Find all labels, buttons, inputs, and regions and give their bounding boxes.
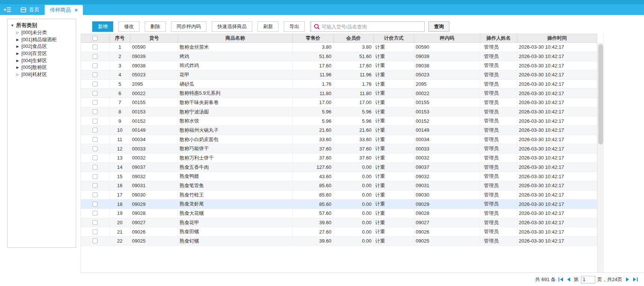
- cell-product-name: 散称水饺: [178, 116, 293, 125]
- table-row[interactable]: 1909028熟食大花螺57.600.00计重09028管理员2026-03-3…: [81, 209, 597, 218]
- header-pricing-method[interactable]: 计价方式: [374, 34, 414, 42]
- row-checkbox[interactable]: [93, 229, 97, 234]
- tab-scale-products[interactable]: 传秤商品 ×: [45, 5, 83, 15]
- vertical-scrollbar[interactable]: [597, 43, 604, 272]
- cell-code: 00153: [130, 107, 178, 116]
- row-checkbox[interactable]: [93, 45, 97, 49]
- cell-operator: 管理员: [480, 153, 517, 162]
- cell-member-price: 0.00: [334, 227, 374, 236]
- table-row[interactable]: 1300032散称万利士饼干37.6037.60计重00032管理员2026-0…: [81, 153, 597, 163]
- header-member-price[interactable]: 会员价: [334, 34, 374, 42]
- table-row[interactable]: 600022散称特惠5.9元系列11.8011.80计重00022管理员2026…: [81, 89, 597, 98]
- row-checkbox[interactable]: [93, 137, 97, 142]
- tree-item-008[interactable]: ▷ [008]耗材区: [16, 71, 74, 78]
- row-checkbox[interactable]: [93, 211, 97, 216]
- tree-item-003[interactable]: ▶ [003]百货区: [16, 50, 74, 57]
- header-code[interactable]: 货号: [130, 34, 178, 42]
- row-checkbox[interactable]: [93, 238, 97, 243]
- tab-active-label: 传秤商品: [50, 7, 71, 13]
- tree-root-all-categories[interactable]: ▼ 所有类别: [10, 22, 74, 29]
- header-operator[interactable]: 操作人姓名: [480, 34, 517, 42]
- header-product-name[interactable]: 商品名称: [178, 34, 293, 42]
- table-row[interactable]: 1000149散称福州火锅丸子21.6021.60计重00149管理员2026-…: [81, 126, 597, 135]
- row-checkbox[interactable]: [93, 202, 97, 207]
- table-row[interactable]: 1609031熟食笔管鱼85.600.00计重09031管理员2026-03-3…: [81, 181, 597, 191]
- table-row[interactable]: 209039烤鸡51.6051.60计重09039管理员2026-03-30 1…: [81, 52, 597, 61]
- cell-product-name: 散称宁波汤圆: [178, 107, 293, 116]
- cell-seq: 15: [109, 172, 130, 181]
- row-checkbox[interactable]: [93, 192, 97, 197]
- tree-expanded-icon[interactable]: ▼: [10, 24, 14, 27]
- tree-collapse-icon[interactable]: ▶: [16, 66, 19, 69]
- tab-close-icon[interactable]: ×: [75, 7, 78, 13]
- tree-item-001[interactable]: ▶ [001]精品烟酒柜: [16, 36, 74, 43]
- tree-item-000[interactable]: ▷ [000]未分类: [16, 29, 74, 36]
- tab-home[interactable]: 首页: [15, 4, 45, 15]
- delete-button[interactable]: 删除: [145, 21, 166, 32]
- row-checkbox[interactable]: [93, 109, 97, 114]
- tree-collapse-icon[interactable]: ▷: [16, 31, 19, 34]
- tree-item-004[interactable]: ▶ [004]生鲜区: [16, 57, 74, 64]
- add-button[interactable]: 新增: [92, 21, 113, 32]
- table-row[interactable]: 1809029熟食龙虾尾85.600.00计重09029管理员2026-03-3…: [81, 200, 597, 209]
- row-checkbox[interactable]: [93, 72, 97, 77]
- row-checkbox[interactable]: [93, 128, 97, 133]
- search-input[interactable]: [320, 24, 424, 30]
- row-checkbox[interactable]: [93, 183, 97, 188]
- edit-button[interactable]: 修改: [118, 21, 139, 32]
- export-button[interactable]: 导出: [284, 21, 305, 32]
- first-page-icon[interactable]: [558, 277, 564, 282]
- table-row[interactable]: 1200033散称巧能饼干37.6037.60计重00033管理员2026-03…: [81, 144, 597, 153]
- row-checkbox[interactable]: [93, 165, 97, 170]
- cell-time: 2026-03-30 10:42:17: [517, 172, 597, 181]
- row-checkbox[interactable]: [93, 63, 97, 68]
- row-checkbox[interactable]: [93, 174, 97, 179]
- select-all-checkbox[interactable]: [93, 36, 97, 41]
- row-checkbox[interactable]: [93, 155, 97, 160]
- table-row[interactable]: 405023花甲11.9611.96计重05023管理员2026-03-30 1…: [81, 70, 597, 80]
- row-checkbox[interactable]: [93, 54, 97, 59]
- quick-select-products-button[interactable]: 快速选择商品: [212, 21, 252, 32]
- table-row[interactable]: 1100034散称小白奶皮面包33.6033.60计重00034管理员2026-…: [81, 135, 597, 144]
- table-row[interactable]: 52095硒砂瓜1.761.76计重2095管理员2026-03-30 10:4…: [81, 80, 597, 89]
- table-row[interactable]: 1409037熟食五香牛肉127.600.00计重09037管理员2026-03…: [81, 163, 597, 172]
- table-row[interactable]: 1509032熟食鸭翅43.600.00计重09032管理员2026-03-30…: [81, 172, 597, 181]
- table-row[interactable]: 900152散称水饺5.965.96计重00152管理员2026-03-30 1…: [81, 116, 597, 126]
- tree-item-005[interactable]: ▶ [005]散称区: [16, 64, 74, 71]
- table-row[interactable]: 100590散称金丝苗米3.803.80计重00590管理员2026-03-30…: [81, 43, 597, 52]
- header-scale-code[interactable]: 秤内码: [414, 34, 480, 42]
- table-row[interactable]: 2209025熟食钉螺39.600.00计重09025管理员2026-03-30…: [81, 237, 597, 246]
- table-row[interactable]: 800153散称宁波汤圆5.965.96计重00153管理员2026-03-30…: [81, 107, 597, 117]
- table-row[interactable]: 700155散称千味央厨春卷17.0017.00计重00155管理员2026-0…: [81, 98, 597, 107]
- tree-collapse-icon[interactable]: ▶: [16, 59, 19, 63]
- table-row[interactable]: 2009027熟食花甲39.600.00计重09027管理员2026-03-30…: [81, 218, 597, 228]
- header-seq[interactable]: 序号: [109, 34, 130, 42]
- collapse-sidebar-button[interactable]: [0, 4, 15, 15]
- refresh-button[interactable]: 刷新: [258, 21, 279, 32]
- row-checkbox[interactable]: [93, 119, 97, 124]
- header-checkbox[interactable]: [81, 34, 109, 42]
- table-row[interactable]: 1709030熟食竹蛏王85.600.00计重09030管理员2026-03-3…: [81, 191, 597, 200]
- prev-page-icon[interactable]: [566, 277, 572, 282]
- query-button[interactable]: 查询: [428, 21, 449, 32]
- row-checkbox[interactable]: [93, 220, 97, 225]
- tree-collapse-icon[interactable]: ▶: [16, 52, 19, 55]
- tree-collapse-icon[interactable]: ▶: [16, 38, 19, 42]
- row-checkbox[interactable]: [93, 146, 97, 151]
- row-checkbox[interactable]: [93, 82, 97, 86]
- last-page-icon[interactable]: [632, 277, 638, 282]
- tree-collapse-icon[interactable]: ▶: [16, 45, 19, 48]
- row-checkbox[interactable]: [93, 100, 97, 105]
- tree-collapse-icon[interactable]: ▷: [16, 73, 19, 76]
- table-row[interactable]: 309038韩式炸鸡17.6017.60计重09038管理员2026-03-30…: [81, 61, 597, 70]
- next-page-icon[interactable]: [625, 277, 630, 282]
- tree-item-002[interactable]: ▶ [002]食品区: [16, 43, 74, 50]
- scrollbar-thumb[interactable]: [598, 44, 603, 144]
- header-time[interactable]: 操作时间: [517, 34, 597, 42]
- row-checkbox[interactable]: [93, 91, 97, 96]
- sync-scale-code-button[interactable]: 同步秤内码: [171, 21, 207, 32]
- table-row[interactable]: 2109026熟食田螺27.600.00计重09026管理员2026-03-30…: [81, 227, 597, 237]
- page-number-input[interactable]: [581, 276, 595, 283]
- header-retail-price[interactable]: 零售价: [293, 34, 334, 42]
- category-tree-panel: ▼ 所有类别 ▷ [000]未分类 ▶ [001]精品烟酒柜 ▶ [002]食品…: [7, 19, 76, 248]
